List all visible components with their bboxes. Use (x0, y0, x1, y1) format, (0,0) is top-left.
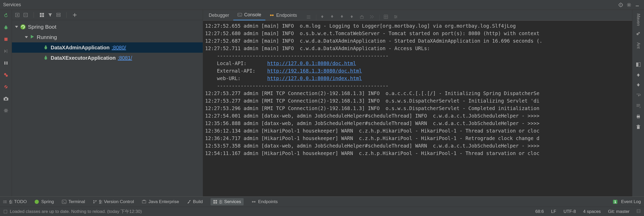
bug-icon[interactable] (2, 24, 10, 31)
sidebar-tab-ant[interactable]: Ant (636, 41, 641, 49)
app-name: DataXExecutorApplication (51, 55, 116, 61)
chevron-down-icon[interactable] (25, 36, 28, 38)
console-line: 12:53:57.358 admin [datax-web, admin Job… (205, 142, 632, 150)
add-icon[interactable] (72, 12, 78, 18)
console-line: Local-API: http://127.0.0.1:8080/doc.htm… (205, 60, 632, 67)
tab-debugger[interactable]: Debugger (205, 10, 233, 20)
console-line: External-API: http://192.168.1.3:8080/do… (205, 67, 632, 75)
svg-point-39 (20, 24, 26, 29)
minimize-icon[interactable] (634, 1, 641, 9)
app-port[interactable]: :8080/ (112, 45, 126, 51)
step-icon[interactable] (2, 48, 10, 55)
chevron-down-icon[interactable] (15, 26, 18, 28)
console-link[interactable]: http://192.168.1.3:8080/doc.html (267, 68, 362, 74)
svg-rect-70 (638, 83, 639, 85)
tab-services[interactable]: 8: Services (211, 198, 244, 205)
rerun-icon[interactable] (2, 12, 10, 19)
pause-icon[interactable] (2, 59, 10, 67)
collapse-all-icon[interactable] (23, 12, 28, 18)
tree-node-running[interactable]: Running (12, 32, 203, 42)
layout-icon[interactable] (636, 62, 641, 68)
status-square-icon[interactable] (4, 210, 7, 213)
svg-point-89 (93, 202, 94, 203)
camera-icon[interactable] (2, 95, 10, 102)
services-tree[interactable]: Spring Boot Running DataXAdminApplicatio… (12, 20, 203, 196)
print-icon[interactable] (636, 114, 641, 120)
arrow-up-icon[interactable] (636, 73, 640, 78)
console-line: ----------------------------------------… (205, 82, 632, 90)
layout-settings-icon[interactable] (2, 107, 10, 114)
console-link[interactable]: http://127.0.0.1:8080/index.html (267, 75, 362, 81)
list-icon (3, 200, 7, 204)
trash-icon[interactable] (636, 125, 640, 130)
sidebar-tab-maven[interactable]: Maven (636, 12, 641, 26)
tab-endpoints-bottom[interactable]: Endpoints (251, 199, 278, 204)
svg-rect-17 (6, 61, 8, 65)
console-link[interactable]: http://127.0.0.1:8080/doc.html (267, 60, 356, 66)
svg-rect-96 (215, 202, 217, 204)
svg-rect-36 (57, 15, 60, 17)
indent-setting[interactable]: 4 spaces (583, 209, 601, 214)
target-icon[interactable] (617, 1, 624, 9)
gear-icon[interactable] (625, 1, 633, 9)
svg-point-86 (35, 200, 39, 204)
svg-rect-69 (638, 75, 639, 76)
file-encoding[interactable]: UTF-8 (564, 209, 576, 214)
ant-icon (636, 31, 641, 36)
tree-node-app[interactable]: DataXAdminApplication :8080/ (12, 42, 203, 53)
console-line: 12:54:11.167 admin [HikariPool-1 houseke… (205, 150, 632, 157)
svg-rect-15 (7, 49, 7, 53)
console-line: 12:27:52.711 admin [main] INFO c.w.d.a.D… (205, 45, 632, 52)
bug-icon (43, 45, 49, 50)
tab-build[interactable]: Build (187, 199, 203, 204)
wrap-toggle-icon[interactable] (636, 93, 641, 98)
app-port[interactable]: :8081/ (118, 55, 132, 61)
soft-wrap-icon[interactable] (306, 15, 312, 20)
status-end-icon[interactable] (637, 209, 640, 214)
settings-icon[interactable] (394, 15, 399, 20)
console-toolbar (306, 15, 399, 20)
table-icon[interactable] (384, 15, 390, 20)
up-icon[interactable] (350, 15, 356, 20)
console-line: 12:27:53.277 admin [RMI TCP Connection(2… (205, 90, 632, 97)
filter-icon[interactable] (47, 12, 53, 18)
spring-icon (20, 24, 26, 30)
expand-all-icon[interactable] (14, 12, 20, 18)
view-icon[interactable] (56, 12, 61, 18)
svg-point-6 (628, 4, 630, 6)
git-branch[interactable]: Git: master (608, 209, 630, 214)
tab-endpoints[interactable]: Endpoints (265, 10, 301, 20)
tab-version-control[interactable]: 9: Version Control (93, 199, 134, 204)
tab-terminal[interactable]: Terminal (62, 199, 85, 204)
svg-point-62 (395, 16, 395, 16)
down-icon[interactable] (340, 15, 346, 20)
caret-position[interactable]: 68:6 (535, 209, 544, 214)
group-by-icon[interactable] (39, 12, 45, 18)
stop-icon[interactable] (2, 36, 10, 43)
breakpoints-icon[interactable] (2, 71, 10, 79)
tree-node-spring-boot[interactable]: Spring Boot (12, 22, 203, 32)
tree-node-app[interactable]: DataXExecutorApplication :8081/ (12, 53, 203, 63)
console-line: 12:27:52.680 admin [main] INFO o.s.b.w.e… (205, 30, 632, 37)
scroll-toggle-icon[interactable] (636, 104, 641, 109)
play-icon (30, 34, 35, 40)
down-icon[interactable] (330, 15, 336, 20)
scroll-end-icon[interactable] (370, 15, 375, 20)
svg-rect-34 (42, 15, 44, 17)
tree-label: Spring Boot (28, 24, 56, 30)
tab-todo[interactable]: 6: TODO (3, 199, 27, 204)
mute-breakpoints-icon[interactable] (2, 83, 10, 90)
event-log[interactable]: 1Event Log (613, 199, 641, 204)
arrow-down-icon[interactable] (636, 83, 640, 88)
export-icon[interactable] (360, 15, 365, 20)
up-icon[interactable] (320, 15, 326, 20)
line-separator[interactable]: LF (551, 209, 556, 214)
tab-java-enterprise[interactable]: Java Enterprise (142, 199, 179, 204)
svg-rect-23 (5, 97, 7, 98)
svg-rect-16 (4, 61, 5, 65)
console-output[interactable]: 12:27:52.655 admin [main] INFO o.m.log -… (203, 21, 632, 196)
tab-console[interactable]: Console (233, 10, 265, 20)
tab-spring[interactable]: Spring (34, 199, 54, 204)
svg-rect-14 (4, 38, 8, 41)
svg-point-25 (5, 110, 7, 112)
